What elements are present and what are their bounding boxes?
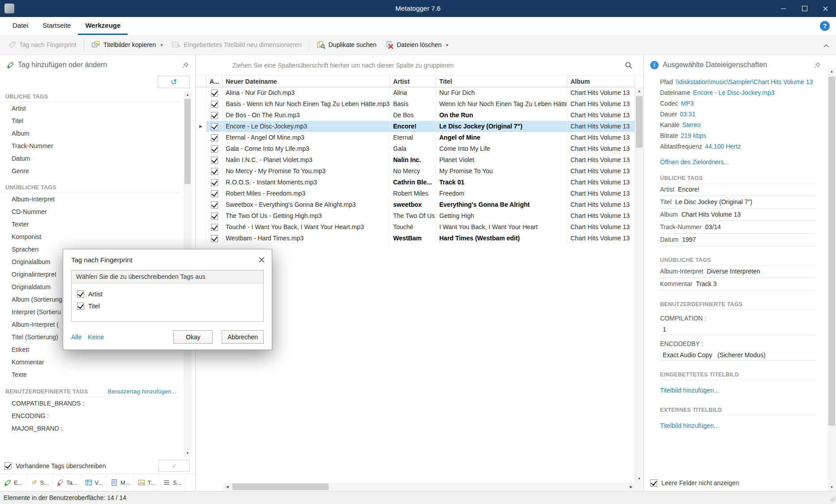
sidebar-item-texter[interactable]: Texter	[0, 218, 181, 231]
sidebar-item-track-nummer[interactable]: Track-Nummer	[0, 140, 181, 152]
okay-button[interactable]: Okay	[173, 330, 213, 344]
add-external-cover-link[interactable]: Titelbild hinzufügen...	[660, 420, 816, 431]
maximize-button[interactable]	[794, 0, 815, 17]
toolbar-button-duplikate-suchen[interactable]: Duplikate suchen	[312, 38, 381, 52]
tag-field-artist[interactable]: ArtistEncore!	[660, 184, 816, 196]
table-row[interactable]: Basis - Wenn Ich Nur Noch Einen Tag Zu L…	[196, 98, 635, 110]
bottom-tab-add-tag[interactable]: E...	[0, 474, 27, 491]
sidebar-item-encoding[interactable]: ENCODING :	[0, 410, 181, 422]
row-checkbox[interactable]	[211, 123, 218, 130]
row-checkbox[interactable]	[211, 112, 218, 119]
tag-field-track-nummer[interactable]: Track-Nummer03/14	[660, 221, 816, 234]
titel-checkbox[interactable]	[77, 303, 84, 310]
scrollbar-thumb[interactable]	[184, 99, 191, 184]
tag-field-datum[interactable]: Datum1997	[660, 234, 816, 246]
sidebar-item-komponist[interactable]: Komponist	[0, 231, 181, 243]
properties-scrollbar[interactable]: ▲ ▼	[827, 68, 836, 491]
help-icon[interactable]: ?	[820, 21, 830, 31]
select-none-link[interactable]: Keine	[88, 333, 104, 341]
table-row[interactable]: Westbam - Hard Times.mp3WestBamHard Time…	[196, 233, 635, 244]
scroll-down-icon[interactable]: ▼	[184, 449, 192, 457]
sidebar-item-album-interpret[interactable]: Album-Interpret	[0, 193, 181, 205]
row-checkbox[interactable]	[211, 201, 218, 209]
table-row[interactable]: Touché - I Want You Back, I Want Your He…	[196, 222, 635, 233]
table-row[interactable]: No Mercy - My Promise To You.mp3No Mercy…	[196, 166, 635, 177]
table-row[interactable]: De Bos - On The Run.mp3De BosOn the RunC…	[196, 110, 635, 121]
table-row[interactable]: Eternal - Angel Of Mine.mp3EternalAngel …	[196, 132, 635, 143]
table-row[interactable]: Gala - Come Into My Life.mp3GalaCome Int…	[196, 143, 635, 154]
sidebar-item-texte[interactable]: Texte	[0, 368, 181, 381]
search-icon[interactable]	[625, 61, 633, 71]
undo-changes-button[interactable]: ↺	[158, 76, 190, 88]
bottom-tab-metadata[interactable]: M...	[107, 474, 134, 491]
scroll-up-icon[interactable]: ▲	[184, 91, 192, 98]
table-row[interactable]: ▶Encore - Le Disc-Jockey.mp3Encore!Le Di…	[196, 121, 635, 132]
table-vertical-scrollbar[interactable]: ▲ ▼	[635, 87, 643, 483]
select-all-link[interactable]: Alle	[71, 333, 81, 341]
bottom-tab-cover[interactable]: T...	[134, 474, 159, 491]
dropdown-arrow-icon[interactable]: ▾	[160, 43, 163, 47]
add-custom-tag-link[interactable]: Benutzertag hinzufügen...	[108, 388, 181, 395]
custom-tag-value[interactable]: Exact Audio Copy (Sicherer Modus)	[660, 350, 816, 361]
dialog-option-artist[interactable]: Artist	[77, 290, 258, 298]
sidebar-item-compatible-brands[interactable]: COMPATIBLE_BRANDS :	[0, 397, 181, 410]
sidebar-item-titel[interactable]: Titel	[0, 115, 181, 127]
row-checkbox[interactable]	[211, 157, 218, 164]
row-checkbox[interactable]	[211, 179, 218, 186]
pin-icon[interactable]	[814, 62, 821, 68]
table-row[interactable]: Robert Miles - Freedom.mp3Robert MilesFr…	[196, 188, 635, 199]
tag-field-album-interpret[interactable]: Album-InterpretDiverse Interpreten	[660, 265, 816, 278]
row-checkbox[interactable]	[211, 145, 218, 153]
bottom-tab-remove-tag[interactable]: Ta...	[53, 474, 81, 491]
table-row[interactable]: R.O.O.S. - Instant Moments.mp3Cathrin Bl…	[196, 177, 635, 188]
scroll-right-icon[interactable]: ▶	[627, 483, 635, 491]
apply-tags-button[interactable]: ✓	[159, 460, 190, 472]
dropdown-arrow-icon[interactable]: ▾	[446, 43, 448, 47]
hide-empty-fields-checkbox[interactable]	[650, 479, 657, 487]
tag-field-titel[interactable]: TitelLe Disc Jockey (Original 7")	[660, 196, 816, 209]
sidebar-item-album[interactable]: Album	[0, 127, 181, 140]
artist-checkbox[interactable]	[77, 290, 84, 298]
scrollbar-thumb[interactable]	[828, 77, 835, 426]
scroll-down-icon[interactable]: ▼	[635, 475, 643, 483]
dialog-close-button[interactable]	[251, 249, 272, 270]
sidebar-item-genre[interactable]: Genre	[0, 165, 181, 177]
sidebar-item-datum[interactable]: Datum	[0, 152, 181, 165]
sidebar-item-major-brand[interactable]: MAJOR_BRAND :	[0, 422, 181, 435]
sidebar-item-cd-nummer[interactable]: CD-Nummer	[0, 205, 181, 218]
tab-datei[interactable]: Datei	[5, 17, 35, 35]
bottom-tab-table[interactable]: V...	[81, 474, 107, 491]
table-row[interactable]: Nalin I.N.C. - Planet Violet.mp3Nalin In…	[196, 154, 635, 166]
row-checkbox[interactable]	[211, 134, 218, 141]
sidebar-item-artist[interactable]: Artist	[0, 102, 181, 115]
column-header-a[interactable]: A...	[206, 76, 223, 87]
tag-field-kommentar[interactable]: KommentarTrack 3	[660, 278, 816, 290]
row-checkbox[interactable]	[211, 213, 218, 220]
bottom-tab-list[interactable]: S...	[159, 474, 186, 491]
column-header-titel[interactable]: Titel	[436, 76, 567, 87]
cancel-button[interactable]: Abbrechen	[222, 330, 264, 344]
row-checkbox[interactable]	[211, 90, 218, 97]
column-header-album[interactable]: Album	[567, 76, 635, 87]
scroll-left-icon[interactable]: ◀	[223, 483, 231, 491]
table-row[interactable]: Sweetbox - Everything's Gonna Be Alright…	[196, 199, 635, 210]
column-header-artist[interactable]: Artist	[390, 76, 436, 87]
scroll-up-icon[interactable]: ▲	[827, 68, 836, 75]
open-target-folder-link[interactable]: Öffnen des Zielordners...	[660, 156, 816, 168]
scrollbar-thumb[interactable]	[636, 96, 643, 148]
bottom-tab-fingerprint[interactable]: S...	[27, 474, 53, 491]
overwrite-tags-checkbox[interactable]	[4, 462, 12, 470]
table-horizontal-scrollbar[interactable]: ◀ ▶	[223, 483, 635, 491]
scroll-up-icon[interactable]: ▲	[635, 87, 643, 95]
toolbar-button-titelbilder-kopieren[interactable]: Titelbilder kopieren▾	[87, 38, 167, 52]
pin-icon[interactable]	[182, 62, 189, 68]
collapse-ribbon-icon[interactable]	[823, 42, 829, 49]
scroll-down-icon[interactable]: ▼	[827, 483, 836, 491]
minimize-button[interactable]	[773, 0, 794, 17]
tag-field-album[interactable]: AlbumChart Hits Volume 13	[660, 209, 816, 221]
row-checkbox[interactable]	[211, 224, 218, 231]
toolbar-button-dateien-löschen[interactable]: Dateien löschen▾	[381, 38, 453, 52]
add-embedded-cover-link[interactable]: Titelbild hinzufügen...	[660, 384, 816, 396]
row-checkbox[interactable]	[211, 168, 218, 175]
table-row[interactable]: Alina - Nur Für Dich.mp3AlinaNur Für Dic…	[196, 87, 635, 98]
